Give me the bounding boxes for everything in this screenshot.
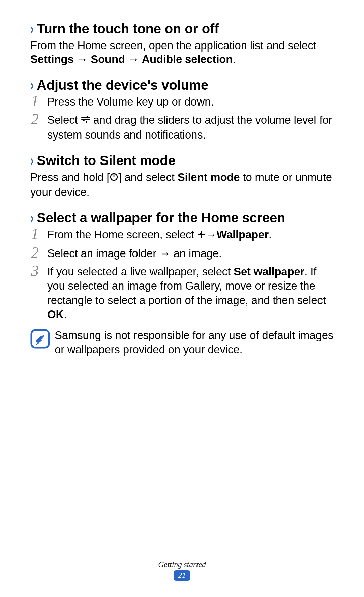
step-text: Select [47,114,81,126]
heading-text: Adjust the device's volume [37,77,208,93]
svg-rect-10 [200,233,202,235]
text: From the Home screen, open the applicati… [30,39,316,52]
heading-text: Turn the touch tone on or off [37,20,219,37]
page-number-badge: 21 [174,570,190,581]
note-pencil-icon [30,329,50,349]
step-item: From the Home screen, select → Wallpaper… [30,228,334,242]
text: ] and select [118,171,177,183]
chevron-icon: › [30,20,34,38]
step-item: Select an image folder → an image. [30,246,334,261]
silent-mode-label: Silent mode [178,171,240,183]
svg-rect-3 [87,116,88,118]
heading-silent-mode: › Switch to Silent mode [30,152,334,169]
manual-page: › Turn the touch tone on or off From the… [0,0,364,597]
sliders-icon [81,113,90,127]
heading-adjust-volume: › Adjust the device's volume [30,77,334,93]
page-footer: Getting started 21 [0,560,364,581]
ok-label: OK [47,308,64,321]
silent-mode-body: Press and hold [ ] and select Silent mod… [30,170,334,199]
text: Press and hold [ [30,171,110,183]
heading-text: Switch to Silent mode [37,152,175,169]
footer-section-name: Getting started [0,560,364,569]
step-item: If you selected a live wallpaper, select… [30,265,334,322]
wallpaper-label: Wallpaper [216,228,269,241]
plus-icon [197,228,205,242]
step-item: Press the Volume key up or down. [30,95,334,109]
heading-touch-tone: › Turn the touch tone on or off [30,20,334,37]
svg-rect-4 [83,119,85,121]
power-icon [110,171,118,184]
note-text: Samsung is not responsible for any use o… [55,328,334,357]
step-text: From the Home screen, select [47,228,197,241]
wallpaper-steps: From the Home screen, select → Wallpaper… [30,228,334,322]
heading-wallpaper: › Select a wallpaper for the Home screen [30,209,334,226]
touch-tone-body: From the Home screen, open the applicati… [30,38,334,66]
text: . [269,228,272,241]
text: . [64,308,67,321]
step-item: Select and drag the sliders to adjust th… [30,113,334,142]
set-wallpaper-label: Set wallpaper [234,265,304,278]
heading-text: Select a wallpaper for the Home screen [37,209,285,226]
text: . [233,53,236,65]
svg-rect-5 [86,121,87,123]
volume-steps: Press the Volume key up or down. Select [30,95,334,142]
arrow: → [205,228,216,242]
note-block: Samsung is not responsible for any use o… [30,328,334,357]
step-text: Press the Volume key up or down. [47,95,214,108]
step-text: Select an image folder → an image. [47,247,222,260]
settings-path: Settings → Sound → Audible selection [30,53,233,65]
chevron-icon: › [30,151,34,170]
step-text: If you selected a live wallpaper, select [47,265,234,278]
